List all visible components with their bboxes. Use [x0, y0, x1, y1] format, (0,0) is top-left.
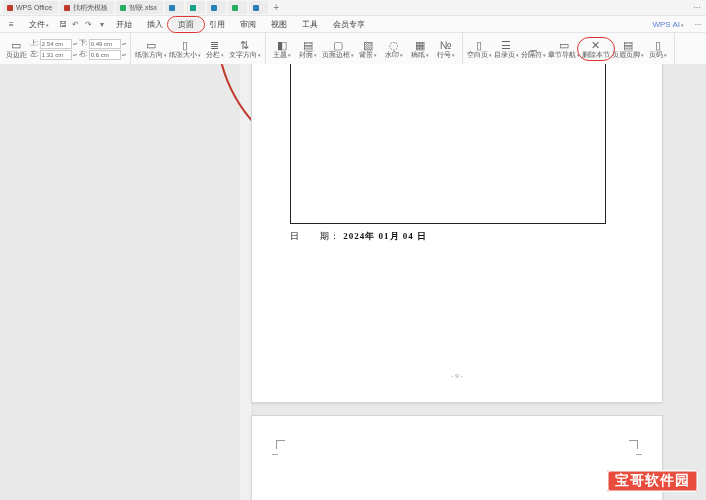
tab-doc-5[interactable] — [186, 1, 205, 14]
ribbon-文字方向-button[interactable]: ⇅文字方向▾ — [229, 40, 261, 59]
menu-start[interactable]: 开始 — [109, 18, 139, 31]
tab-wps-office[interactable]: WPS Office — [3, 1, 58, 14]
chevron-down-icon: ▾ — [374, 52, 377, 58]
date-field: 日 期： 2024年 01月 04 日 — [290, 230, 624, 243]
menu-review[interactable]: 审阅 — [233, 18, 263, 31]
ribbon-背景-button[interactable]: ▧背景▾ — [356, 40, 380, 59]
chevron-down-icon: ▾ — [681, 22, 684, 28]
doc-icon — [190, 5, 196, 11]
menu-file[interactable]: 文件▾ — [22, 18, 56, 31]
ribbon-稿纸-button[interactable]: ▦稿纸▾ — [408, 40, 432, 59]
tab-doc-6[interactable] — [207, 1, 226, 14]
ribbon-水印-button[interactable]: ◌水印▾ — [382, 40, 406, 59]
chevron-down-icon: ▾ — [664, 52, 667, 58]
ribbon-group: ◧主题▾▤封面▾▢页面边框▾▧背景▾◌水印▾▦稿纸▾№行号▾ — [266, 33, 463, 65]
ribbon-删除本节-button[interactable]: ✕删除本节 — [582, 40, 610, 59]
ribbon: ▭ 页边距 上:2.54 cm▴▾ 左:1.31 cm▴▾ 下:0.49 cm▴… — [0, 33, 706, 66]
ribbon-目录页-button[interactable]: ☰目录页▾ — [494, 40, 519, 59]
title-tabs: WPS Office 找稻壳模板 智联.xlsx + ⋯ — [0, 0, 706, 16]
hamburger-icon[interactable]: ≡ — [2, 19, 21, 30]
margin-right-input[interactable]: 右:0.6 cm▴▾ — [79, 50, 126, 60]
crop-mark-icon — [629, 440, 638, 449]
水印-icon: ◌ — [389, 40, 399, 51]
ribbon-纸张方向-button[interactable]: ▭纸张方向▾ — [135, 40, 167, 59]
save-icon[interactable]: 🖫 — [57, 18, 69, 30]
workspace: 单位名称及盖章： 有限公司 经 办 人： 日 期： 2024年 01月 04 日… — [0, 64, 706, 500]
ribbon-页码-button[interactable]: ▯页码▾ — [646, 40, 670, 59]
margin-top-input[interactable]: 上:2.54 cm▴▾ — [30, 39, 77, 49]
menu-page[interactable]: 页面 — [171, 18, 201, 31]
margin-icon: ▭ — [11, 40, 21, 51]
menu-tools[interactable]: 工具 — [295, 18, 325, 31]
背景-icon: ▧ — [363, 40, 373, 51]
menu-view[interactable]: 视图 — [264, 18, 294, 31]
margin-mark-icon — [272, 454, 278, 455]
doc-icon — [253, 5, 259, 11]
menu-kebab-icon[interactable]: ··· — [692, 18, 704, 30]
页码-icon: ▯ — [655, 40, 661, 51]
稿纸-icon: ▦ — [415, 40, 425, 51]
tab-daoke[interactable]: 找稻壳模板 — [60, 1, 114, 14]
chevron-down-icon: ▾ — [314, 52, 317, 58]
wps-logo-icon — [7, 5, 13, 11]
tab-xlsx[interactable]: 智联.xlsx — [116, 1, 163, 14]
ribbon-label: 水印▾ — [385, 52, 403, 59]
stepper-icon: ▴▾ — [122, 53, 126, 56]
margin-bottom-input[interactable]: 下:0.49 cm▴▾ — [79, 39, 126, 49]
ribbon-label: 页眉页脚▾ — [612, 52, 644, 59]
ribbon-label: 文字方向▾ — [229, 52, 261, 59]
tab-label: WPS Office — [16, 4, 52, 11]
wps-ai-button[interactable]: WPS AI▾ — [645, 19, 691, 30]
watermark-badge: 宝哥软件园 — [607, 470, 698, 492]
window-more-icon[interactable]: ⋯ — [691, 2, 703, 14]
页眉页脚-icon: ▤ — [623, 40, 633, 51]
menu-reference[interactable]: 引用 — [202, 18, 232, 31]
ribbon-分隔符-button[interactable]: ⎯分隔符▾ — [521, 40, 546, 59]
ribbon-章节导航-button[interactable]: ▭章节导航▾ — [548, 40, 580, 59]
ribbon-封面-button[interactable]: ▤封面▾ — [296, 40, 320, 59]
chevron-down-icon: ▾ — [221, 52, 224, 58]
tab-doc-4[interactable] — [165, 1, 184, 14]
doc-icon — [169, 5, 175, 11]
ribbon-label: 删除本节 — [582, 52, 610, 59]
date-value: 2024年 01月 04 日 — [343, 231, 427, 241]
ribbon-label: 纸张方向▾ — [135, 52, 167, 59]
ribbon-label: 章节导航▾ — [548, 52, 580, 59]
ribbon-分栏-button[interactable]: ≣分栏▾ — [203, 40, 227, 59]
纸张方向-icon: ▭ — [146, 40, 156, 51]
more-qat-icon[interactable]: ▾ — [96, 18, 108, 30]
ribbon-页眉页脚-button[interactable]: ▤页眉页脚▾ — [612, 40, 644, 59]
ribbon-页面边框-button[interactable]: ▢页面边框▾ — [322, 40, 354, 59]
ribbon-label: 空白页▾ — [467, 52, 492, 59]
field-label: 日 期： — [290, 231, 340, 241]
ribbon-行号-button[interactable]: №行号▾ — [434, 40, 458, 59]
stepper-icon: ▴▾ — [73, 53, 77, 56]
页面边框-icon: ▢ — [333, 40, 343, 51]
目录页-icon: ☰ — [501, 40, 511, 51]
bordered-text-frame[interactable] — [290, 64, 606, 224]
ribbon-label: 目录页▾ — [494, 52, 519, 59]
chevron-down-icon: ▾ — [258, 52, 261, 58]
主题-icon: ◧ — [277, 40, 287, 51]
margin-mark-icon — [636, 454, 642, 455]
ribbon-主题-button[interactable]: ◧主题▾ — [270, 40, 294, 59]
chevron-down-icon: ▾ — [400, 52, 403, 58]
undo-icon[interactable]: ↶ — [70, 18, 82, 30]
doc-icon — [211, 5, 217, 11]
menu-member[interactable]: 会员专享 — [326, 18, 372, 31]
ribbon-空白页-button[interactable]: ▯空白页▾ — [467, 40, 492, 59]
redo-icon[interactable]: ↷ — [83, 18, 95, 30]
menu-insert[interactable]: 插入 — [140, 18, 170, 31]
tab-doc-8[interactable] — [249, 1, 268, 14]
margin-left-input[interactable]: 左:1.31 cm▴▾ — [30, 50, 77, 60]
page-margin-button[interactable]: ▭ 页边距 — [4, 40, 28, 59]
ribbon-label: 稿纸▾ — [411, 52, 429, 59]
chevron-down-icon: ▾ — [452, 52, 455, 58]
doc-icon — [64, 5, 70, 11]
tab-doc-7[interactable] — [228, 1, 247, 14]
chevron-down-icon: ▾ — [351, 52, 354, 58]
tab-add-button[interactable]: + — [270, 2, 282, 13]
ribbon-纸张大小-button[interactable]: ▯纸张大小▾ — [169, 40, 201, 59]
document-page-2[interactable] — [252, 416, 662, 500]
ribbon-label: 分栏▾ — [206, 52, 224, 59]
